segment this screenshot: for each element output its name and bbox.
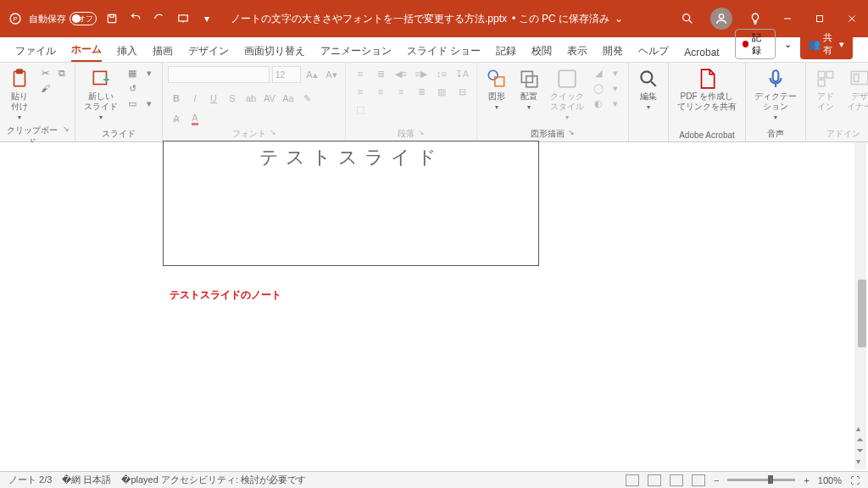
- page-indicator[interactable]: ノート 2/3: [8, 474, 52, 486]
- lightbulb-icon[interactable]: [746, 9, 765, 28]
- addins-button[interactable]: アド イン: [811, 66, 840, 114]
- maximize-icon[interactable]: [810, 9, 829, 28]
- shape-effects-icon[interactable]: ◐: [591, 97, 606, 110]
- tab-draw[interactable]: 描画: [153, 44, 173, 62]
- next-slide-double-icon[interactable]: ⏷: [856, 446, 865, 455]
- shape-fill-icon[interactable]: ◢: [591, 66, 606, 80]
- tab-review[interactable]: 校閲: [531, 44, 552, 62]
- section-icon[interactable]: ▭: [125, 97, 140, 110]
- normal-view-icon[interactable]: [626, 474, 639, 486]
- align-text-icon[interactable]: ⊟: [453, 84, 471, 99]
- language-indicator[interactable]: �網 日本語: [62, 474, 111, 486]
- justify-icon[interactable]: ≣: [412, 84, 431, 99]
- minimize-icon[interactable]: [778, 9, 797, 28]
- undo-icon[interactable]: [129, 12, 142, 25]
- copy-icon[interactable]: ⧉: [54, 66, 70, 80]
- tab-acrobat[interactable]: Acrobat: [684, 47, 719, 62]
- numbering-icon[interactable]: ≣: [371, 66, 390, 81]
- clear-format-icon[interactable]: A̷: [168, 110, 185, 127]
- shapes-button[interactable]: 図形▾: [482, 66, 511, 114]
- tab-insert[interactable]: 挿入: [117, 44, 137, 62]
- present-icon[interactable]: [176, 12, 190, 25]
- create-pdf-button[interactable]: PDF を作成し てリンクを共有: [674, 66, 740, 114]
- text-direction-icon[interactable]: ↧A: [453, 66, 471, 81]
- shape-outline-icon[interactable]: ◯: [591, 81, 606, 95]
- font-size-combo[interactable]: [272, 66, 301, 83]
- notes-page[interactable]: テストスライド テストスライドのノート: [112, 142, 756, 469]
- fit-window-icon[interactable]: ⛶: [850, 475, 860, 485]
- italic-icon[interactable]: I: [186, 90, 203, 107]
- share-button[interactable]: 👥 共有 ▾: [800, 29, 853, 59]
- tab-animations[interactable]: アニメーション: [320, 44, 392, 62]
- grow-font-icon[interactable]: A▴: [303, 66, 320, 83]
- indent-inc-icon[interactable]: ≡▶: [412, 66, 431, 81]
- designer-button[interactable]: デザ イナー: [843, 66, 868, 114]
- user-avatar[interactable]: [710, 8, 732, 30]
- tab-home[interactable]: ホーム: [71, 42, 102, 62]
- underline-icon[interactable]: U: [205, 90, 222, 107]
- font-launcher-icon[interactable]: ↘: [270, 128, 276, 140]
- align-right-icon[interactable]: ≡: [392, 84, 410, 99]
- qat-more-icon[interactable]: ▾: [200, 12, 214, 25]
- record-button[interactable]: 記録: [735, 29, 776, 59]
- prev-slide-icon[interactable]: ▴: [856, 424, 865, 433]
- font-family-combo[interactable]: [168, 66, 270, 83]
- layout-icon[interactable]: ▦: [125, 66, 140, 80]
- quick-styles-button[interactable]: クイック スタイル▾: [547, 66, 587, 124]
- align-left-icon[interactable]: ≡: [351, 84, 370, 99]
- tab-view[interactable]: 表示: [567, 44, 587, 62]
- align-center-icon[interactable]: ≡: [371, 84, 390, 99]
- zoom-level[interactable]: 100%: [818, 475, 842, 485]
- editing-button[interactable]: 編集▾: [634, 66, 663, 114]
- line-spacing-icon[interactable]: ↕≡: [432, 66, 451, 81]
- indent-dec-icon[interactable]: ◀≡: [392, 66, 410, 81]
- strike-icon[interactable]: S: [224, 90, 241, 107]
- slideshow-view-icon[interactable]: [692, 474, 705, 486]
- close-icon[interactable]: [843, 9, 861, 28]
- drawing-launcher-icon[interactable]: ↘: [568, 128, 575, 140]
- highlight-icon[interactable]: ✎: [298, 90, 315, 107]
- ribbon-options-icon[interactable]: ⌄: [782, 37, 793, 52]
- tab-transitions[interactable]: 画面切り替え: [244, 44, 305, 62]
- tab-help[interactable]: ヘルプ: [638, 44, 669, 62]
- shadow-icon[interactable]: ab: [242, 90, 259, 107]
- notes-text[interactable]: テストスライドのノート: [170, 288, 281, 302]
- tab-file[interactable]: ファイル: [15, 44, 56, 62]
- autosave-switch[interactable]: オフ: [70, 12, 97, 25]
- bold-icon[interactable]: B: [168, 90, 185, 107]
- search-icon[interactable]: [678, 9, 697, 28]
- sorter-view-icon[interactable]: [648, 474, 661, 486]
- bullets-icon[interactable]: ≡: [351, 66, 370, 81]
- font-color-icon[interactable]: A: [186, 110, 203, 127]
- saved-status[interactable]: • この PC に保存済み: [512, 12, 609, 26]
- scrollbar-thumb[interactable]: [858, 280, 866, 347]
- shrink-font-icon[interactable]: A▾: [323, 66, 340, 83]
- chevron-down-icon[interactable]: ⌄: [615, 13, 623, 25]
- tab-developer[interactable]: 開発: [603, 44, 623, 62]
- accessibility-status[interactable]: �played アクセシビリティ: 検討が必要です: [121, 474, 306, 486]
- slide-thumbnail[interactable]: テストスライド: [163, 141, 539, 266]
- columns-icon[interactable]: ▥: [432, 84, 451, 99]
- save-icon[interactable]: [105, 12, 119, 25]
- zoom-slider[interactable]: [727, 479, 795, 481]
- change-case-icon[interactable]: Aa: [280, 90, 297, 107]
- tab-design[interactable]: デザイン: [188, 44, 229, 62]
- new-slide-button[interactable]: 新しい スライド▾: [81, 66, 121, 124]
- redo-icon[interactable]: [153, 12, 166, 25]
- zoom-in-icon[interactable]: +: [804, 475, 809, 485]
- format-painter-icon[interactable]: 🖌: [37, 81, 53, 95]
- smartart-icon[interactable]: ⬚: [351, 102, 370, 117]
- reading-view-icon[interactable]: [670, 474, 683, 486]
- paragraph-launcher-icon[interactable]: ↘: [418, 128, 425, 140]
- next-slide-icon[interactable]: ▾: [856, 457, 865, 466]
- zoom-out-icon[interactable]: −: [714, 475, 719, 485]
- paste-button[interactable]: 貼り付け▾: [5, 66, 34, 124]
- reset-icon[interactable]: ↺: [125, 81, 140, 95]
- dictate-button[interactable]: ディクテー ション▾: [751, 66, 800, 124]
- autosave-toggle[interactable]: 自動保存 オフ: [29, 12, 97, 25]
- arrange-button[interactable]: 配置▾: [515, 66, 543, 114]
- spacing-icon[interactable]: AV: [261, 90, 278, 107]
- tab-slideshow[interactable]: スライド ショー: [407, 44, 481, 62]
- prev-slide-double-icon[interactable]: ⏶: [856, 435, 865, 444]
- cut-icon[interactable]: ✂: [37, 66, 53, 80]
